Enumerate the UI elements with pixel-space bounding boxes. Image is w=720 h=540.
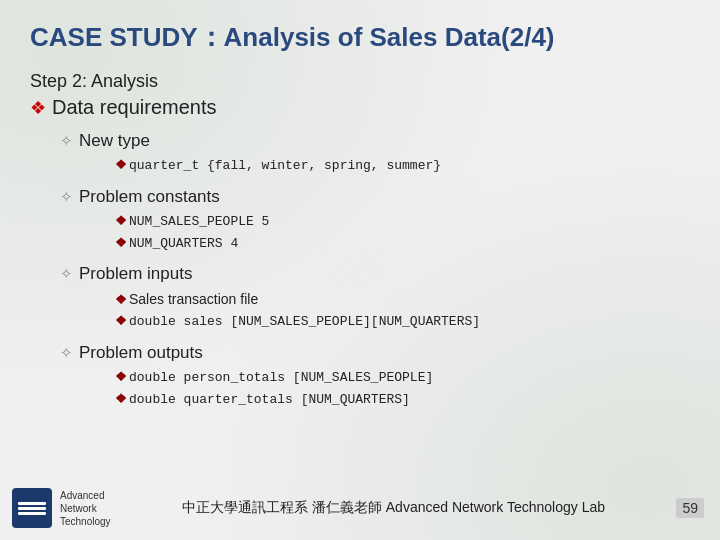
detail-item-double-sales: ❖ double sales [NUM_SALES_PEOPLE][NUM_QU… bbox=[115, 311, 690, 333]
main-bullet: ❖ Data requirements bbox=[30, 96, 690, 119]
problem-outputs-details: ❖ double person_totals [NUM_SALES_PEOPLE… bbox=[115, 367, 690, 411]
detail-item-num-sales: ❖ NUM_SALES_PEOPLE 5 bbox=[115, 211, 690, 233]
sub-bullet-problem-constants: ✧ Problem constants bbox=[60, 187, 690, 207]
page-number: 59 bbox=[676, 498, 704, 518]
sub-bullet-new-type: ✧ New type bbox=[60, 131, 690, 151]
detail-text-double-sales: double sales [NUM_SALES_PEOPLE][NUM_QUAR… bbox=[129, 312, 480, 333]
section-problem-outputs: ✧ Problem outputs ❖ double person_totals… bbox=[60, 343, 690, 411]
star-diamond-icon-1: ✧ bbox=[60, 132, 73, 150]
star-diamond-icon-3: ✧ bbox=[60, 265, 73, 283]
logo-text-line-1: Advanced bbox=[60, 489, 111, 502]
vdot-icon-7: ❖ bbox=[115, 389, 127, 410]
logo-text-line-2: Network bbox=[60, 502, 111, 515]
section-problem-constants: ✧ Problem constants ❖ NUM_SALES_PEOPLE 5… bbox=[60, 187, 690, 255]
logo-line-1 bbox=[18, 502, 46, 505]
vdot-icon-5: ❖ bbox=[115, 311, 127, 332]
sub-bullet-problem-inputs-label: Problem inputs bbox=[79, 264, 192, 284]
logo-text: Advanced Network Technology bbox=[60, 489, 111, 528]
problem-inputs-details: ❖ Sales transaction file ❖ double sales … bbox=[115, 288, 690, 333]
star-diamond-icon-2: ✧ bbox=[60, 188, 73, 206]
slide-title: CASE STUDY：Analysis of Sales Data(2/4) bbox=[30, 20, 690, 55]
main-bullet-text: Data requirements bbox=[52, 96, 217, 119]
detail-text-num-quarters: NUM_QUARTERS 4 bbox=[129, 234, 238, 255]
sub-bullet-new-type-label: New type bbox=[79, 131, 150, 151]
logo-line-2 bbox=[18, 507, 46, 510]
footer: Advanced Network Technology 中正大學通訊工程系 潘仁… bbox=[0, 488, 720, 528]
logo-icon bbox=[12, 488, 52, 528]
detail-text-quarter-totals: double quarter_totals [NUM_QUARTERS] bbox=[129, 390, 410, 411]
section-problem-inputs: ✧ Problem inputs ❖ Sales transaction fil… bbox=[60, 264, 690, 333]
detail-item-sales-file: ❖ Sales transaction file bbox=[115, 288, 690, 311]
footer-left: Advanced Network Technology bbox=[12, 488, 111, 528]
logo-text-line-3: Technology bbox=[60, 515, 111, 528]
section-new-type: ✧ New type ❖ quarter_t {fall, winter, sp… bbox=[60, 131, 690, 177]
vdot-icon: ❖ bbox=[115, 155, 127, 176]
detail-item-quarter-totals: ❖ double quarter_totals [NUM_QUARTERS] bbox=[115, 389, 690, 411]
vdot-icon-6: ❖ bbox=[115, 367, 127, 388]
star-diamond-icon-4: ✧ bbox=[60, 344, 73, 362]
detail-item: ❖ quarter_t {fall, winter, spring, summe… bbox=[115, 155, 690, 177]
new-type-details: ❖ quarter_t {fall, winter, spring, summe… bbox=[115, 155, 690, 177]
detail-text-person-totals: double person_totals [NUM_SALES_PEOPLE] bbox=[129, 368, 433, 389]
vdot-icon-2: ❖ bbox=[115, 211, 127, 232]
footer-center-text: 中正大學通訊工程系 潘仁義老師 Advanced Network Technol… bbox=[111, 499, 677, 517]
detail-item-person-totals: ❖ double person_totals [NUM_SALES_PEOPLE… bbox=[115, 367, 690, 389]
sub-bullet-problem-constants-label: Problem constants bbox=[79, 187, 220, 207]
detail-item-num-quarters: ❖ NUM_QUARTERS 4 bbox=[115, 233, 690, 255]
sub-bullet-problem-inputs: ✧ Problem inputs bbox=[60, 264, 690, 284]
detail-text-sales-file: Sales transaction file bbox=[129, 288, 258, 310]
vdot-icon-3: ❖ bbox=[115, 233, 127, 254]
sub-bullet-problem-outputs-label: Problem outputs bbox=[79, 343, 203, 363]
logo-line-3 bbox=[18, 512, 46, 515]
problem-constants-details: ❖ NUM_SALES_PEOPLE 5 ❖ NUM_QUARTERS 4 bbox=[115, 211, 690, 255]
slide: CASE STUDY：Analysis of Sales Data(2/4) S… bbox=[0, 0, 720, 540]
sub-bullet-problem-outputs: ✧ Problem outputs bbox=[60, 343, 690, 363]
diamond-icon: ❖ bbox=[30, 97, 46, 119]
vdot-icon-4: ❖ bbox=[115, 290, 127, 311]
detail-text-num-sales: NUM_SALES_PEOPLE 5 bbox=[129, 212, 269, 233]
detail-text: quarter_t {fall, winter, spring, summer} bbox=[129, 156, 441, 177]
step-label: Step 2: Analysis bbox=[30, 71, 690, 92]
